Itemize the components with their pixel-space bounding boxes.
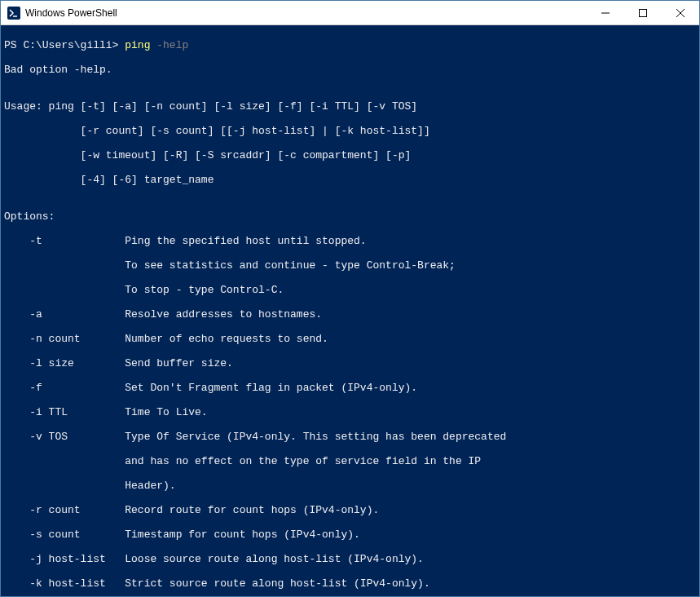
svg-rect-3: [640, 9, 647, 16]
output-line: -v TOS Type Of Service (IPv4-only. This …: [4, 431, 696, 443]
output-line: -j host-list Loose source route along ho…: [4, 553, 696, 565]
output-line: Bad option -help.: [4, 64, 696, 76]
output-line: -k host-list Strict source route along h…: [4, 577, 696, 590]
prompt: PS C:\Users\gilli>: [4, 39, 125, 51]
powershell-icon: [7, 7, 20, 20]
minimize-button[interactable]: [587, 1, 624, 24]
output-line: Header).: [4, 480, 696, 492]
window-controls: [587, 1, 699, 24]
output-line: and has no effect on the type of service…: [4, 455, 696, 467]
output-line: -f Set Don't Fragment flag in packet (IP…: [4, 382, 696, 394]
prompt-line: PS C:\Users\gilli> ping -help: [4, 39, 696, 51]
output-line: To stop - type Control-C.: [4, 284, 696, 296]
terminal-output[interactable]: PS C:\Users\gilli> ping -help Bad option…: [1, 25, 699, 596]
output-line: Usage: ping [-t] [-a] [-n count] [-l siz…: [4, 100, 696, 113]
output-line: [-w timeout] [-R] [-S srcaddr] [-c compa…: [4, 149, 696, 161]
output-line: -n count Number of echo requests to send…: [4, 333, 696, 345]
output-line: To see statistics and continue - type Co…: [4, 259, 696, 272]
output-line: -t Ping the specified host until stopped…: [4, 235, 696, 247]
close-button[interactable]: [662, 1, 699, 24]
output-line: -r count Record route for count hops (IP…: [4, 504, 696, 516]
command-arg: -help: [150, 39, 188, 51]
titlebar[interactable]: Windows PowerShell: [1, 1, 699, 25]
output-line: -a Resolve addresses to hostnames.: [4, 308, 696, 321]
maximize-button[interactable]: [624, 1, 662, 24]
output-line: -l size Send buffer size.: [4, 357, 696, 369]
output-line: Options:: [4, 210, 696, 223]
output-line: -i TTL Time To Live.: [4, 406, 696, 418]
output-line: [-4] [-6] target_name: [4, 174, 696, 186]
output-line: [-r count] [-s count] [[-j host-list] | …: [4, 125, 696, 137]
window-title: Windows PowerShell: [25, 7, 587, 19]
command: ping: [125, 39, 150, 51]
output-line: -s count Timestamp for count hops (IPv4-…: [4, 528, 696, 541]
